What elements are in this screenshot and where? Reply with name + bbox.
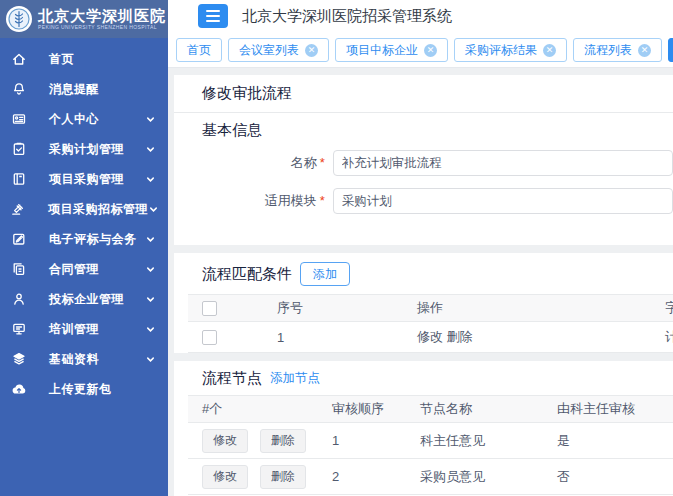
page-title: 修改审批流程 <box>174 75 673 113</box>
tab-meeting-room-list[interactable]: 会议室列表 ✕ <box>228 38 329 62</box>
table-row: 1 修改 删除 计 <box>188 322 673 353</box>
name-input[interactable] <box>333 150 673 176</box>
tab-winning-enterprises[interactable]: 项目中标企业 ✕ <box>335 38 448 62</box>
match-conditions-table: 序号 操作 字 1 修改 删除 计 <box>188 294 673 353</box>
sidebar-item-home[interactable]: 首页 <box>0 44 168 74</box>
sidebar-item-label: 合同管理 <box>49 261 99 278</box>
row-actions[interactable]: 修改 删除 <box>403 328 651 346</box>
basic-info-card: 修改审批流程 基本信息 名称* 适用模块* <box>174 75 673 245</box>
layers-icon <box>10 351 27 368</box>
bell-icon <box>10 81 27 98</box>
hospital-name-en: PEKING UNIVERSITY SHENZHEN HOSPITAL <box>38 25 166 30</box>
sidebar-item-e-evaluation[interactable]: 电子评标与会务 <box>0 224 168 254</box>
row-checkbox[interactable] <box>202 330 217 345</box>
name-field-label: 名称* <box>174 154 325 172</box>
table-row: 修改 删除 2 采购员意见 否 <box>188 459 673 495</box>
tab-home[interactable]: 首页 <box>176 38 222 62</box>
node-review-flag: 是 <box>543 432 673 450</box>
app-title: 北京大学深圳医院招采管理系统 <box>242 7 452 26</box>
match-conditions-card: 流程匹配条件 添加 序号 操作 字 1 修改 删除 计 <box>174 253 673 353</box>
sidebar-item-label: 个人中心 <box>49 111 99 128</box>
column-header-hash: #个 <box>188 400 318 418</box>
book-icon <box>10 171 27 188</box>
column-header-order: 审核顺序 <box>318 400 406 418</box>
tab-label: 项目中标企业 <box>346 42 418 59</box>
row-index: 1 <box>263 330 403 345</box>
chevron-down-icon <box>145 144 156 155</box>
sidebar-nav: 首页 消息提醒 个人中心 采购计划管 <box>0 38 168 404</box>
chevron-down-icon <box>145 354 156 365</box>
delete-node-button[interactable]: 删除 <box>260 465 306 489</box>
tab-label: 采购评标结果 <box>465 42 537 59</box>
sidebar-item-contract-management[interactable]: 合同管理 <box>0 254 168 284</box>
sidebar-item-training-management[interactable]: 培训管理 <box>0 314 168 344</box>
node-name: 采购员意见 <box>406 468 543 486</box>
tab-close-icon[interactable]: ✕ <box>543 44 556 57</box>
tab-close-icon[interactable]: ✕ <box>305 44 318 57</box>
hospital-logo-strip: 北京大学深圳医院 PEKING UNIVERSITY SHENZHEN HOSP… <box>0 0 168 38</box>
sidebar-item-procurement-plan[interactable]: 采购计划管理 <box>0 134 168 164</box>
tab-label: 会议室列表 <box>239 42 299 59</box>
hamburger-menu-button[interactable] <box>198 4 228 28</box>
match-conditions-section-title: 流程匹配条件 <box>202 265 292 284</box>
select-all-checkbox[interactable] <box>202 301 217 316</box>
node-order: 2 <box>318 469 406 484</box>
sidebar-item-label: 采购计划管理 <box>49 141 124 158</box>
tab-label: 首页 <box>187 42 211 59</box>
edit-node-button[interactable]: 修改 <box>202 465 248 489</box>
delete-node-button[interactable]: 删除 <box>260 429 306 453</box>
basic-info-section-title: 基本信息 <box>202 121 262 138</box>
column-header-review: 由科主任审核 <box>543 400 673 418</box>
sidebar-item-label: 项目采购招标管理 <box>48 201 148 218</box>
tab-process-list[interactable]: 流程列表 ✕ <box>573 38 662 62</box>
compose-icon <box>10 231 27 248</box>
sidebar-item-project-procurement[interactable]: 项目采购管理 <box>0 164 168 194</box>
content-area: 修改审批流程 基本信息 名称* 适用模块* <box>168 68 673 496</box>
chevron-down-icon <box>145 174 156 185</box>
app-window: 北京大学深圳医院 PEKING UNIVERSITY SHENZHEN HOSP… <box>0 0 673 496</box>
sidebar-item-label: 首页 <box>49 51 74 68</box>
tab-evaluation-results[interactable]: 采购评标结果 ✕ <box>454 38 567 62</box>
contract-icon <box>10 261 27 278</box>
process-nodes-section-title: 流程节点 <box>202 369 262 388</box>
sidebar-item-label: 电子评标与会务 <box>49 231 137 248</box>
gavel-icon <box>10 201 26 218</box>
tab-process[interactable]: 流程 ✕ <box>668 38 673 62</box>
required-asterisk: * <box>320 155 325 170</box>
module-input[interactable] <box>333 188 673 214</box>
training-icon <box>10 321 27 338</box>
tab-close-icon[interactable]: ✕ <box>424 44 437 57</box>
chevron-down-icon <box>145 294 156 305</box>
sidebar-item-bidder-management[interactable]: 投标企业管理 <box>0 284 168 314</box>
tab-bar: 首页 会议室列表 ✕ 项目中标企业 ✕ 采购评标结果 ✕ 流程列表 ✕ 流程 ✕ <box>168 32 673 68</box>
person-icon <box>10 291 27 308</box>
sidebar-item-label: 项目采购管理 <box>49 171 124 188</box>
node-name: 科主任意见 <box>406 432 543 450</box>
required-asterisk: * <box>320 193 325 208</box>
sidebar-item-bidding-management[interactable]: 项目采购招标管理 <box>0 194 168 224</box>
module-field-label: 适用模块* <box>174 192 325 210</box>
main-area: 北京大学深圳医院招采管理系统 首页 会议室列表 ✕ 项目中标企业 ✕ 采购评标结… <box>168 0 673 496</box>
edit-node-button[interactable]: 修改 <box>202 429 248 453</box>
sidebar-item-notifications[interactable]: 消息提醒 <box>0 74 168 104</box>
add-node-link[interactable]: 添加节点 <box>270 370 320 387</box>
sidebar-item-upload-package[interactable]: 上传更新包 <box>0 374 168 404</box>
hospital-logo-icon <box>5 5 33 33</box>
id-card-icon <box>10 111 27 128</box>
tab-close-icon[interactable]: ✕ <box>638 44 651 57</box>
topbar: 北京大学深圳医院招采管理系统 <box>168 0 673 32</box>
chevron-down-icon <box>145 264 156 275</box>
column-header-index: 序号 <box>263 299 403 317</box>
table-row: 修改 删除 1 科主任意见 是 <box>188 423 673 459</box>
process-nodes-table: #个 审核顺序 节点名称 由科主任审核 修改 删除 1 科主任意见 是 <box>188 395 673 495</box>
column-header-actions: 操作 <box>403 299 651 317</box>
sidebar: 北京大学深圳医院 PEKING UNIVERSITY SHENZHEN HOSP… <box>0 0 168 496</box>
sidebar-item-label: 基础资料 <box>49 351 99 368</box>
row-clipped-cell: 计 <box>651 328 673 346</box>
sidebar-item-personal-center[interactable]: 个人中心 <box>0 104 168 134</box>
sidebar-item-base-data[interactable]: 基础资料 <box>0 344 168 374</box>
add-condition-button[interactable]: 添加 <box>300 262 350 286</box>
chevron-down-icon <box>148 204 159 215</box>
node-review-flag: 否 <box>543 468 673 486</box>
table-header-row: #个 审核顺序 节点名称 由科主任审核 <box>188 395 673 423</box>
